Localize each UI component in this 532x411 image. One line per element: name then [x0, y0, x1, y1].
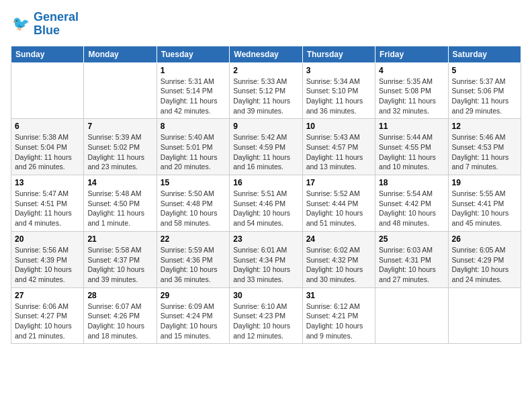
- calendar-week-row: 27Sunrise: 6:06 AMSunset: 4:27 PMDayligh…: [11, 287, 521, 344]
- day-info: Sunrise: 5:58 AMSunset: 4:37 PMDaylight:…: [87, 245, 152, 285]
- day-number: 5: [452, 66, 517, 75]
- calendar-cell: 23Sunrise: 6:01 AMSunset: 4:34 PMDayligh…: [230, 231, 302, 287]
- day-info: Sunrise: 5:43 AMSunset: 4:57 PMDaylight:…: [306, 132, 371, 172]
- calendar-header-row: SundayMondayTuesdayWednesdayThursdayFrid…: [11, 46, 521, 62]
- calendar-cell: 15Sunrise: 5:50 AMSunset: 4:48 PMDayligh…: [157, 175, 229, 232]
- calendar-table: SundayMondayTuesdayWednesdayThursdayFrid…: [11, 46, 521, 345]
- day-info: Sunrise: 5:56 AMSunset: 4:39 PMDaylight:…: [15, 245, 80, 285]
- day-number: 7: [87, 122, 152, 131]
- day-info: Sunrise: 5:52 AMSunset: 4:44 PMDaylight:…: [306, 189, 371, 228]
- day-info: Sunrise: 5:38 AMSunset: 5:04 PMDaylight:…: [15, 132, 80, 172]
- day-number: 23: [233, 234, 298, 244]
- day-info: Sunrise: 5:51 AMSunset: 4:46 PMDaylight:…: [233, 189, 298, 228]
- calendar-cell: 20Sunrise: 5:56 AMSunset: 4:39 PMDayligh…: [11, 231, 84, 287]
- day-info: Sunrise: 5:55 AMSunset: 4:41 PMDaylight:…: [452, 189, 517, 228]
- calendar-header-tuesday: Tuesday: [157, 46, 229, 62]
- day-info: Sunrise: 6:10 AMSunset: 4:23 PMDaylight:…: [233, 302, 298, 341]
- logo-text: General Blue: [34, 11, 79, 38]
- calendar-cell: 6Sunrise: 5:38 AMSunset: 5:04 PMDaylight…: [11, 119, 84, 175]
- calendar-cell: 5Sunrise: 5:37 AMSunset: 5:06 PMDaylight…: [448, 62, 521, 119]
- day-number: 9: [233, 122, 298, 131]
- day-number: 2: [233, 66, 298, 75]
- calendar-cell: 17Sunrise: 5:52 AMSunset: 4:44 PMDayligh…: [302, 175, 375, 232]
- day-info: Sunrise: 6:07 AMSunset: 4:26 PMDaylight:…: [87, 302, 152, 341]
- day-number: 21: [87, 234, 152, 244]
- day-number: 1: [161, 66, 226, 75]
- day-info: Sunrise: 5:31 AMSunset: 5:14 PMDaylight:…: [161, 77, 226, 116]
- day-info: Sunrise: 6:03 AMSunset: 4:31 PMDaylight:…: [379, 245, 444, 285]
- day-info: Sunrise: 5:33 AMSunset: 5:12 PMDaylight:…: [233, 77, 298, 116]
- calendar-header-saturday: Saturday: [448, 46, 521, 62]
- calendar-cell: 11Sunrise: 5:44 AMSunset: 4:55 PMDayligh…: [375, 119, 448, 175]
- logo-icon: 🐦: [11, 14, 31, 34]
- page-header: 🐦 General Blue: [11, 11, 521, 38]
- calendar-cell: 3Sunrise: 5:34 AMSunset: 5:10 PMDaylight…: [302, 62, 375, 119]
- day-info: Sunrise: 5:34 AMSunset: 5:10 PMDaylight:…: [306, 77, 371, 116]
- calendar-cell: 2Sunrise: 5:33 AMSunset: 5:12 PMDaylight…: [230, 62, 302, 119]
- calendar-header-thursday: Thursday: [302, 46, 375, 62]
- calendar-header-wednesday: Wednesday: [230, 46, 302, 62]
- day-number: 22: [161, 234, 226, 244]
- day-info: Sunrise: 6:06 AMSunset: 4:27 PMDaylight:…: [15, 302, 80, 341]
- day-info: Sunrise: 6:09 AMSunset: 4:24 PMDaylight:…: [161, 302, 226, 341]
- calendar-cell: 12Sunrise: 5:46 AMSunset: 4:53 PMDayligh…: [448, 119, 521, 175]
- day-number: 19: [452, 178, 517, 187]
- day-number: 14: [87, 178, 152, 187]
- day-number: 26: [452, 234, 517, 244]
- day-info: Sunrise: 5:47 AMSunset: 4:51 PMDaylight:…: [15, 189, 80, 228]
- calendar-week-row: 1Sunrise: 5:31 AMSunset: 5:14 PMDaylight…: [11, 62, 521, 119]
- calendar-cell: 18Sunrise: 5:54 AMSunset: 4:42 PMDayligh…: [375, 175, 448, 232]
- calendar-cell: 22Sunrise: 5:59 AMSunset: 4:36 PMDayligh…: [157, 231, 229, 287]
- day-number: 24: [306, 234, 371, 244]
- calendar-cell: 10Sunrise: 5:43 AMSunset: 4:57 PMDayligh…: [302, 119, 375, 175]
- day-number: 31: [306, 291, 371, 300]
- day-info: Sunrise: 5:44 AMSunset: 4:55 PMDaylight:…: [379, 132, 444, 172]
- day-number: 3: [306, 66, 371, 75]
- calendar-week-row: 13Sunrise: 5:47 AMSunset: 4:51 PMDayligh…: [11, 175, 521, 232]
- day-number: 28: [87, 291, 152, 300]
- day-number: 17: [306, 178, 371, 187]
- calendar-cell: 7Sunrise: 5:39 AMSunset: 5:02 PMDaylight…: [84, 119, 157, 175]
- calendar-cell: 28Sunrise: 6:07 AMSunset: 4:26 PMDayligh…: [84, 287, 157, 344]
- day-info: Sunrise: 5:50 AMSunset: 4:48 PMDaylight:…: [161, 189, 226, 228]
- calendar-cell: 8Sunrise: 5:40 AMSunset: 5:01 PMDaylight…: [157, 119, 229, 175]
- day-number: 30: [233, 291, 298, 300]
- calendar-cell: 4Sunrise: 5:35 AMSunset: 5:08 PMDaylight…: [375, 62, 448, 119]
- calendar-cell: 1Sunrise: 5:31 AMSunset: 5:14 PMDaylight…: [157, 62, 229, 119]
- day-info: Sunrise: 5:37 AMSunset: 5:06 PMDaylight:…: [452, 77, 517, 116]
- day-number: 16: [233, 178, 298, 187]
- day-number: 25: [379, 234, 444, 244]
- calendar-cell: [375, 287, 448, 344]
- day-info: Sunrise: 5:46 AMSunset: 4:53 PMDaylight:…: [452, 132, 517, 172]
- svg-text:🐦: 🐦: [12, 15, 30, 32]
- logo: 🐦 General Blue: [11, 11, 79, 38]
- day-info: Sunrise: 6:02 AMSunset: 4:32 PMDaylight:…: [306, 245, 371, 285]
- calendar-cell: 9Sunrise: 5:42 AMSunset: 4:59 PMDaylight…: [230, 119, 302, 175]
- calendar-cell: 27Sunrise: 6:06 AMSunset: 4:27 PMDayligh…: [11, 287, 84, 344]
- calendar-cell: 29Sunrise: 6:09 AMSunset: 4:24 PMDayligh…: [157, 287, 229, 344]
- day-number: 6: [15, 122, 80, 131]
- calendar-week-row: 20Sunrise: 5:56 AMSunset: 4:39 PMDayligh…: [11, 231, 521, 287]
- day-number: 29: [161, 291, 226, 300]
- day-number: 10: [306, 122, 371, 131]
- calendar-cell: 26Sunrise: 6:05 AMSunset: 4:29 PMDayligh…: [448, 231, 521, 287]
- day-info: Sunrise: 6:05 AMSunset: 4:29 PMDaylight:…: [452, 245, 517, 285]
- day-number: 18: [379, 178, 444, 187]
- day-number: 8: [161, 122, 226, 131]
- calendar-header-sunday: Sunday: [11, 46, 84, 62]
- day-info: Sunrise: 5:59 AMSunset: 4:36 PMDaylight:…: [161, 245, 226, 285]
- calendar-cell: 21Sunrise: 5:58 AMSunset: 4:37 PMDayligh…: [84, 231, 157, 287]
- calendar-cell: 30Sunrise: 6:10 AMSunset: 4:23 PMDayligh…: [230, 287, 302, 344]
- day-info: Sunrise: 5:35 AMSunset: 5:08 PMDaylight:…: [379, 77, 444, 116]
- day-info: Sunrise: 5:39 AMSunset: 5:02 PMDaylight:…: [87, 132, 152, 172]
- day-info: Sunrise: 5:40 AMSunset: 5:01 PMDaylight:…: [161, 132, 226, 172]
- day-info: Sunrise: 5:42 AMSunset: 4:59 PMDaylight:…: [233, 132, 298, 172]
- calendar-cell: 14Sunrise: 5:48 AMSunset: 4:50 PMDayligh…: [84, 175, 157, 232]
- calendar-week-row: 6Sunrise: 5:38 AMSunset: 5:04 PMDaylight…: [11, 119, 521, 175]
- day-number: 12: [452, 122, 517, 131]
- calendar-cell: [84, 62, 157, 119]
- day-number: 4: [379, 66, 444, 75]
- calendar-cell: 31Sunrise: 6:12 AMSunset: 4:21 PMDayligh…: [302, 287, 375, 344]
- day-number: 15: [161, 178, 226, 187]
- calendar-cell: 25Sunrise: 6:03 AMSunset: 4:31 PMDayligh…: [375, 231, 448, 287]
